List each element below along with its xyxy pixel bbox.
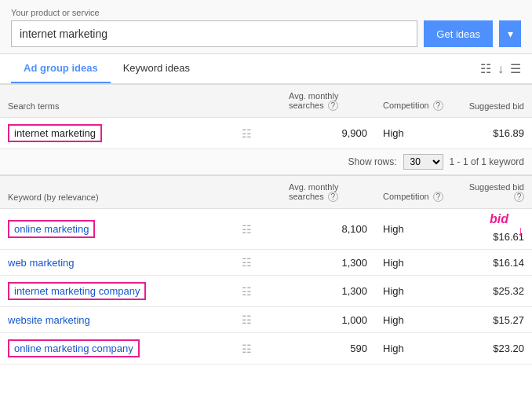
avg-searches-cell: 9,900 bbox=[281, 118, 375, 149]
keyword-ideas-section: Keyword (by relevance) Avg. monthly sear… bbox=[0, 175, 532, 365]
keyword-row: web marketing☷1,300High$16.14 bbox=[0, 250, 532, 276]
chart-cell: ☷ bbox=[234, 276, 281, 307]
col-header-competition: Competition ? bbox=[375, 85, 454, 118]
col-header-chart-spacer bbox=[234, 85, 281, 118]
competition-cell: High bbox=[375, 209, 454, 250]
trend-chart-icon[interactable]: ☷ bbox=[242, 285, 252, 298]
show-rows-bar: Show rows: 30 50 100 1 - 1 of 1 keyword bbox=[0, 149, 532, 175]
trend-chart-icon[interactable]: ☷ bbox=[242, 223, 252, 236]
trend-chart-icon[interactable]: ☷ bbox=[242, 343, 252, 355]
search-terms-table: Search terms Avg. monthly searches ? Com… bbox=[0, 84, 532, 149]
chart-cell: ☷ bbox=[234, 250, 281, 276]
keyword-cell: internet marketing company bbox=[0, 276, 234, 307]
col-header-competition2: Competition ? bbox=[375, 176, 454, 209]
col-header-search-terms: Search terms bbox=[0, 85, 234, 118]
show-rows-select[interactable]: 30 50 100 bbox=[403, 154, 443, 170]
searches-help-icon[interactable]: ? bbox=[328, 101, 338, 111]
input-label: Your product or service bbox=[11, 8, 521, 17]
competition-cell: High bbox=[375, 118, 454, 149]
trend-chart-icon[interactable]: ☷ bbox=[242, 256, 252, 269]
keyword-row: online marketing company☷590High$23.20 bbox=[0, 333, 532, 365]
tab-keyword-ideas[interactable]: Keyword ideas bbox=[111, 54, 202, 83]
suggested-bid-cell: $23.20 bbox=[454, 333, 532, 365]
suggested-bid-cell: $25.32 bbox=[454, 276, 532, 307]
chart-cell: ☷ bbox=[234, 333, 281, 365]
keyword-cell: online marketing bbox=[0, 209, 234, 250]
col-header-avg-searches: Avg. monthly searches ? bbox=[281, 85, 375, 118]
chart-cell: ☷ bbox=[234, 307, 281, 333]
keyword-outlined: internet marketing company bbox=[8, 282, 146, 300]
bid-value: $25.32 bbox=[493, 285, 524, 297]
chart-cell: ☷ bbox=[234, 118, 281, 149]
search-term-outlined: internet marketing bbox=[8, 124, 102, 142]
bid-value: $15.27 bbox=[493, 314, 524, 326]
col-header-suggested-bid: Suggested bid bbox=[454, 85, 532, 118]
search-term-cell: internet marketing bbox=[0, 118, 234, 149]
keyword-link[interactable]: website marketing bbox=[8, 314, 90, 326]
keyword-outlined: online marketing bbox=[8, 220, 95, 238]
search-input[interactable] bbox=[11, 20, 417, 47]
avg-searches-cell: 1,300 bbox=[281, 276, 375, 307]
chart-icon[interactable]: ☷ bbox=[480, 61, 491, 76]
competition-cell: High bbox=[375, 250, 454, 276]
keyword-row: online marketing☷8,100Highbid↓$16.61 bbox=[0, 209, 532, 250]
suggested-bid-cell: $16.89 bbox=[454, 118, 532, 149]
chart-cell: ☷ bbox=[234, 209, 281, 250]
keyword-link[interactable]: internet marketing company bbox=[14, 285, 140, 297]
avg-searches-cell: 8,100 bbox=[281, 209, 375, 250]
search-terms-section: Search terms Avg. monthly searches ? Com… bbox=[0, 84, 532, 149]
col-header-avg-searches2: Avg. monthly searches ? bbox=[281, 176, 375, 209]
table-row: internet marketing☷9,900High$16.89 bbox=[0, 118, 532, 149]
suggested-bid-cell: $15.27 bbox=[454, 307, 532, 333]
download-icon[interactable]: ↓ bbox=[497, 62, 504, 76]
suggested-bid-cell: bid↓$16.61 bbox=[454, 209, 532, 250]
competition-cell: High bbox=[375, 276, 454, 307]
tab-ad-group-ideas[interactable]: Ad group ideas bbox=[11, 54, 111, 83]
competition-help-icon2[interactable]: ? bbox=[433, 192, 443, 202]
keyword-cell: online marketing company bbox=[0, 333, 234, 365]
keyword-link[interactable]: online marketing company bbox=[14, 343, 133, 354]
searches-help-icon2[interactable]: ? bbox=[328, 192, 338, 202]
bid-help-icon[interactable]: ? bbox=[514, 192, 524, 202]
keyword-row: internet marketing company☷1,300High$25.… bbox=[0, 276, 532, 307]
suggested-bid-cell: $16.14 bbox=[454, 250, 532, 276]
avg-searches-cell: 590 bbox=[281, 333, 375, 365]
keyword-link[interactable]: online marketing bbox=[14, 223, 89, 235]
competition-cell: High bbox=[375, 307, 454, 333]
tabs-bar: Ad group ideas Keyword ideas ☷ ↓ ☰ bbox=[0, 54, 532, 84]
columns-icon[interactable]: ☰ bbox=[510, 61, 521, 76]
show-rows-label: Show rows: bbox=[348, 156, 397, 167]
keyword-link[interactable]: web marketing bbox=[8, 257, 75, 269]
competition-help-icon[interactable]: ? bbox=[433, 101, 443, 111]
bid-value: $23.20 bbox=[493, 343, 524, 354]
trend-chart-icon[interactable]: ☷ bbox=[242, 313, 252, 326]
competition-cell: High bbox=[375, 333, 454, 365]
bid-annotation-label: bid bbox=[490, 212, 508, 226]
avg-searches-cell: 1,300 bbox=[281, 250, 375, 276]
keyword-cell: website marketing bbox=[0, 307, 234, 333]
pagination-info: 1 - 1 of 1 keyword bbox=[450, 156, 524, 167]
get-ideas-button[interactable]: Get ideas bbox=[424, 20, 493, 47]
bid-arrow-icon: ↓ bbox=[517, 223, 524, 240]
col-header-suggested-bid2: Suggested bid ? bbox=[454, 176, 532, 209]
bid-value: $16.14 bbox=[493, 257, 524, 269]
col-header-keyword: Keyword (by relevance) bbox=[0, 176, 234, 209]
keyword-ideas-table: Keyword (by relevance) Avg. monthly sear… bbox=[0, 175, 532, 365]
keyword-cell: web marketing bbox=[0, 250, 234, 276]
top-bar: Your product or service Get ideas ▾ bbox=[0, 0, 532, 54]
col-header-chart-spacer2 bbox=[234, 176, 281, 209]
avg-searches-cell: 1,000 bbox=[281, 307, 375, 333]
more-button[interactable]: ▾ bbox=[499, 20, 521, 47]
keyword-outlined: online marketing company bbox=[8, 339, 140, 357]
keyword-row: website marketing☷1,000High$15.27 bbox=[0, 307, 532, 333]
trend-chart-icon[interactable]: ☷ bbox=[242, 127, 252, 140]
